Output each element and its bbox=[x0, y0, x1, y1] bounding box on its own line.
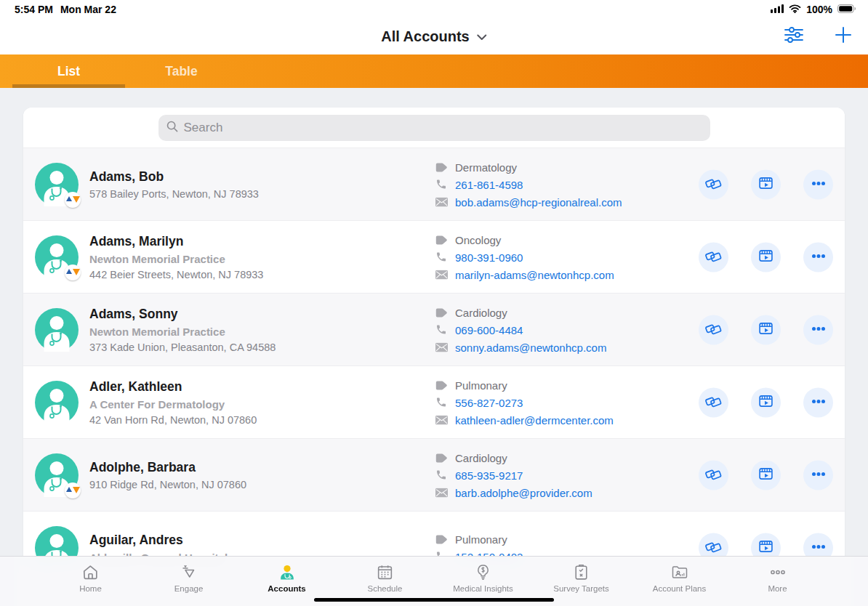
accounts-card: Adams, Bob 578 Bailey Ports, Newton, NJ … bbox=[23, 108, 845, 606]
engage-meeting-button[interactable] bbox=[699, 315, 728, 344]
account-specialty-row: Pulmonary bbox=[435, 379, 614, 391]
wifi-icon bbox=[789, 4, 801, 15]
account-phone-row: 556-827-0273 bbox=[435, 396, 614, 408]
avatar-badge-icon bbox=[65, 192, 81, 208]
account-phone[interactable]: 556-827-0273 bbox=[455, 396, 523, 408]
account-email-row: marilyn-adams@newtonhcp.com bbox=[435, 268, 614, 280]
account-row[interactable]: Adams, Sonny Newton Memorial Practice 37… bbox=[23, 293, 845, 365]
tab-engage[interactable]: Engage bbox=[140, 562, 238, 606]
cellular-signal-icon bbox=[771, 4, 784, 15]
account-contact-info: Dermatology 261-861-4598 bob.adams@hcp-r… bbox=[435, 161, 622, 208]
video-meeting-icon bbox=[758, 466, 774, 485]
handshake-icon bbox=[704, 392, 723, 412]
account-actions bbox=[699, 387, 833, 417]
search-input[interactable] bbox=[184, 121, 703, 135]
account-phone-row: 069-600-4484 bbox=[435, 323, 606, 336]
phone-icon bbox=[435, 251, 448, 263]
account-name: Adams, Marilyn bbox=[89, 234, 263, 249]
video-meeting-icon bbox=[758, 393, 774, 412]
video-meeting-button[interactable] bbox=[751, 387, 781, 417]
home-icon bbox=[81, 562, 100, 582]
plus-icon bbox=[835, 26, 852, 46]
engage-meeting-button[interactable] bbox=[699, 242, 728, 272]
chevron-down-icon bbox=[476, 28, 487, 44]
email-icon bbox=[435, 415, 448, 424]
phone-icon bbox=[435, 179, 448, 190]
account-contact-info: Cardiology 069-600-4484 sonny.adams@newt… bbox=[435, 306, 606, 353]
home-indicator[interactable] bbox=[314, 598, 554, 602]
email-icon bbox=[435, 197, 448, 206]
email-icon bbox=[435, 270, 448, 279]
status-bar: 5:54 PM Mon Mar 22 100% bbox=[0, 0, 868, 17]
specialty-tag-icon bbox=[435, 161, 448, 172]
account-contact-info: Oncology 980-391-0960 marilyn-adams@newt… bbox=[435, 233, 614, 280]
account-name: Aguilar, Andres bbox=[89, 532, 228, 547]
add-account-button[interactable] bbox=[835, 26, 852, 46]
more-actions-button[interactable] bbox=[803, 387, 833, 417]
account-email[interactable]: kathleen-adler@dermcenter.com bbox=[455, 413, 614, 426]
account-phone[interactable]: 261-861-4598 bbox=[455, 178, 523, 190]
more-actions-button[interactable] bbox=[803, 242, 833, 272]
video-meeting-icon bbox=[758, 175, 774, 194]
accounts-icon bbox=[278, 562, 297, 582]
tab-survey-targets-label: Survey Targets bbox=[553, 584, 609, 593]
account-email[interactable]: marilyn-adams@newtonhcp.com bbox=[455, 268, 614, 280]
video-meeting-button[interactable] bbox=[751, 169, 781, 199]
filter-button[interactable] bbox=[784, 26, 804, 46]
account-row[interactable]: Adams, Bob 578 Bailey Ports, Newton, NJ … bbox=[23, 148, 845, 220]
more-actions-button[interactable] bbox=[803, 169, 833, 199]
ellipsis-icon bbox=[810, 247, 827, 267]
video-meeting-button[interactable] bbox=[751, 242, 781, 272]
account-row[interactable]: Adolphe, Barbara 910 Ridge Rd, Newton, N… bbox=[23, 438, 845, 511]
accounts-scope-selector[interactable]: All Accounts bbox=[381, 28, 487, 44]
account-email[interactable]: barb.adolphe@provider.com bbox=[455, 486, 592, 498]
video-meeting-button[interactable] bbox=[751, 460, 781, 490]
tab-account-plans[interactable]: Account Plans bbox=[630, 562, 728, 606]
engage-meeting-button[interactable] bbox=[699, 460, 728, 490]
account-address: 578 Bailey Ports, Newton, NJ 78933 bbox=[89, 188, 259, 200]
medical-insights-icon bbox=[474, 562, 492, 582]
account-row[interactable]: Adams, Marilyn Newton Memorial Practice … bbox=[23, 220, 845, 293]
ellipsis-icon bbox=[810, 320, 827, 339]
video-meeting-button[interactable] bbox=[751, 315, 781, 344]
account-row[interactable]: Adler, Kathleen A Center For Dermatology… bbox=[23, 365, 845, 438]
account-phone[interactable]: 069-600-4484 bbox=[455, 323, 523, 336]
account-phone[interactable]: 980-391-0960 bbox=[455, 251, 523, 263]
engage-meeting-button[interactable] bbox=[699, 169, 728, 199]
account-email[interactable]: sonny.adams@newtonhcp.com bbox=[455, 341, 606, 353]
account-specialty-row: Oncology bbox=[435, 233, 614, 246]
tab-list[interactable]: List bbox=[12, 54, 125, 88]
account-specialty: Pulmonary bbox=[455, 533, 507, 545]
account-practice: Newton Memorial Practice bbox=[89, 326, 276, 338]
email-icon bbox=[435, 342, 448, 352]
account-specialty-row: Dermatology bbox=[435, 161, 622, 173]
account-actions bbox=[699, 169, 833, 199]
engage-meeting-button[interactable] bbox=[699, 387, 728, 417]
tab-home[interactable]: Home bbox=[41, 562, 140, 606]
account-identity: Adler, Kathleen A Center For Dermatology… bbox=[89, 379, 257, 426]
account-list: Adams, Bob 578 Bailey Ports, Newton, NJ … bbox=[23, 148, 845, 583]
account-contact-info: Pulmonary 556-827-0273 kathleen-adler@de… bbox=[435, 379, 614, 426]
phone-icon bbox=[435, 469, 448, 481]
more-actions-button[interactable] bbox=[803, 460, 833, 490]
ellipsis-icon bbox=[810, 392, 827, 412]
account-email[interactable]: bob.adams@hcp-regionalreal.com bbox=[455, 195, 622, 208]
tab-table[interactable]: Table bbox=[125, 54, 238, 88]
account-specialty: Cardiology bbox=[455, 306, 507, 318]
account-specialty-row: Cardiology bbox=[435, 306, 606, 318]
tab-more[interactable]: More bbox=[728, 562, 827, 606]
account-name: Adler, Kathleen bbox=[89, 379, 257, 395]
account-address: 442 Beier Streets, Newton, NJ 78933 bbox=[89, 269, 263, 280]
handshake-icon bbox=[704, 247, 723, 267]
tab-engage-label: Engage bbox=[174, 584, 204, 593]
more-actions-button[interactable] bbox=[803, 315, 833, 344]
account-phone[interactable]: 685-935-9217 bbox=[455, 469, 523, 481]
avatar-badge-icon bbox=[65, 482, 81, 498]
tab-schedule-label: Schedule bbox=[368, 584, 403, 593]
account-email-row: bob.adams@hcp-regionalreal.com bbox=[435, 195, 622, 208]
tab-medical-insights-label: Medical Insights bbox=[453, 584, 513, 593]
handshake-icon bbox=[704, 320, 723, 339]
survey-targets-icon bbox=[572, 562, 590, 582]
search-field[interactable] bbox=[158, 115, 710, 141]
handshake-icon bbox=[704, 538, 723, 557]
